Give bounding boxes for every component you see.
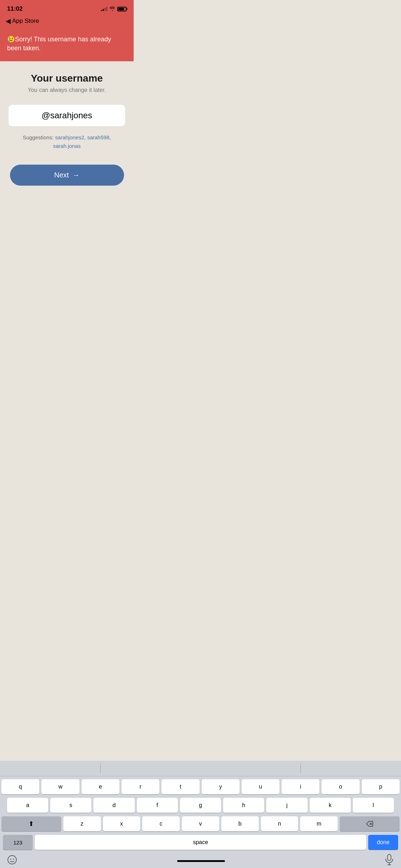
page-title: Your username: [9, 73, 125, 84]
error-emoji: 😢: [7, 36, 15, 43]
main-content: Your username You can always change it l…: [0, 61, 134, 194]
status-icons: [101, 6, 127, 12]
suggestions-row: Suggestions: sarahjones2, sarah598,sarah…: [9, 133, 125, 150]
back-label: App Store: [12, 17, 39, 25]
suggestion-1[interactable]: sarahjones2: [55, 134, 84, 140]
wifi-icon: [109, 6, 115, 12]
nav-bar: ◀ App Store: [0, 16, 134, 29]
battery-icon: [117, 7, 127, 11]
page-subtitle: You can always change it later.: [9, 87, 125, 93]
next-arrow-icon: →: [72, 171, 79, 179]
error-text: 😢Sorry! This username has already been t…: [7, 35, 127, 53]
suggestions-prefix: Suggestions:: [23, 134, 55, 140]
error-message: Sorry! This username has already been ta…: [7, 36, 111, 52]
error-banner: 😢Sorry! This username has already been t…: [0, 29, 134, 61]
back-chevron-icon: ◀: [6, 17, 11, 25]
next-button-label: Next: [54, 171, 69, 179]
status-time: 11:02: [7, 5, 22, 12]
top-section: ◀ App Store 😢Sorry! This username has al…: [0, 16, 134, 61]
back-button[interactable]: ◀ App Store: [6, 17, 39, 25]
username-input[interactable]: [16, 110, 118, 120]
next-button[interactable]: Next →: [10, 165, 124, 186]
suggestion-3[interactable]: sarah.jonas: [53, 143, 81, 149]
signal-icon: [101, 7, 107, 11]
status-bar: 11:02: [0, 0, 134, 16]
username-input-wrapper[interactable]: [9, 105, 125, 126]
suggestion-2[interactable]: sarah598: [87, 134, 110, 140]
